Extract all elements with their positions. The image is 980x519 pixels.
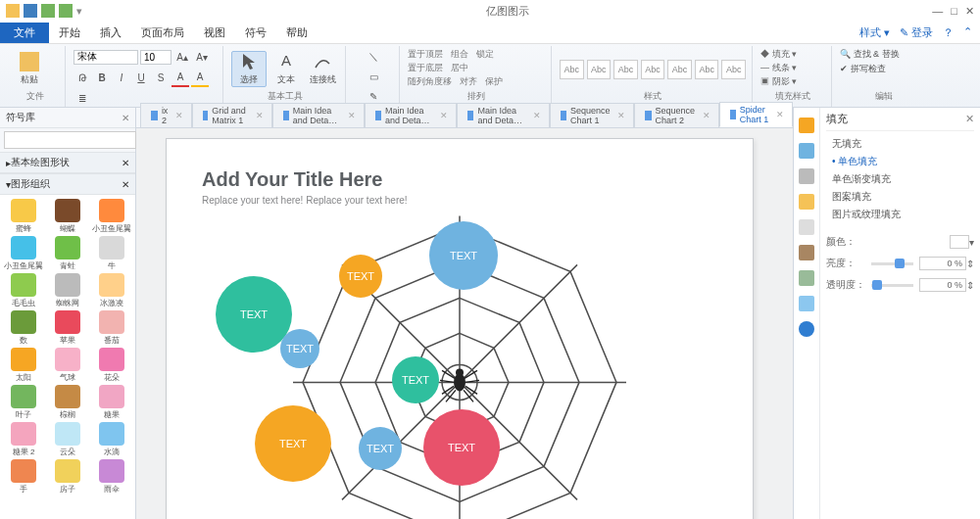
menu-start[interactable]: 开始 [49, 23, 90, 43]
bold-icon[interactable]: B [93, 69, 111, 86]
menu-symbol[interactable]: 符号 [235, 23, 276, 43]
close-button[interactable]: ✕ [965, 5, 974, 18]
spider-node[interactable]: TEXT [359, 427, 402, 470]
close-icon[interactable]: ✕ [122, 158, 129, 168]
comment-tab-icon[interactable] [799, 296, 814, 311]
close-icon[interactable]: ✕ [256, 111, 264, 120]
close-icon[interactable]: ✕ [965, 113, 974, 125]
spellcheck-button[interactable]: ✔ 拼写检查 [840, 63, 886, 75]
close-icon[interactable]: ✕ [776, 110, 784, 119]
style-dropdown[interactable]: 样式 ▾ [859, 25, 890, 40]
shape-item[interactable]: 手 [4, 459, 43, 495]
arrange-protect[interactable]: 保护 [485, 75, 503, 88]
document-tab[interactable]: Main Idea and Deta…✕ [365, 103, 457, 127]
style-swatch[interactable]: Abc [560, 60, 584, 79]
close-icon[interactable]: ✕ [617, 111, 625, 120]
menu-insert[interactable]: 插入 [90, 23, 131, 43]
shape-item[interactable]: 数 [4, 310, 43, 346]
fill-option[interactable]: • 单色填充 [826, 153, 974, 170]
shape-item[interactable]: 糖果 [92, 385, 131, 420]
shape-item[interactable]: 蝴蝶 [48, 199, 87, 234]
line-tab-icon[interactable] [799, 143, 814, 159]
page-tab-icon[interactable] [799, 219, 814, 235]
shadow-dropdown[interactable]: ▣ 阴影 ▾ [760, 75, 797, 88]
brightness-value[interactable]: 0 % [919, 257, 966, 270]
document-tab[interactable]: Sequence Chart 2✕ [634, 103, 719, 127]
find-replace-button[interactable]: 🔍 查找 & 替换 [840, 48, 900, 61]
shape-item[interactable]: 糖果 2 [4, 422, 43, 457]
line-dropdown[interactable]: — 线条 ▾ [760, 62, 797, 74]
shape-item[interactable]: 青蛙 [48, 236, 87, 271]
collapse-ribbon-icon[interactable]: ⌃ [963, 25, 972, 40]
style-swatch[interactable]: Abc [695, 60, 719, 79]
undo-icon[interactable] [41, 4, 55, 18]
text-tool[interactable]: A 文本 [270, 52, 303, 86]
fill-option[interactable]: 图片或纹理填充 [826, 206, 974, 223]
close-icon[interactable]: ✕ [122, 179, 129, 190]
font-color-icon[interactable]: A [172, 68, 189, 87]
style-swatch[interactable]: Abc [721, 60, 746, 79]
shape-item[interactable]: 牛 [92, 236, 131, 271]
theme-tab-icon[interactable] [799, 245, 814, 260]
shape-item[interactable]: 云朵 [48, 422, 87, 457]
save-icon[interactable] [24, 4, 37, 18]
fill-option[interactable]: 图案填充 [826, 188, 974, 206]
shape-item[interactable]: 气球 [48, 348, 87, 383]
help-tab-icon[interactable] [799, 321, 814, 337]
arrange-group[interactable]: 组合 [451, 48, 468, 61]
shape-item[interactable]: 水滴 [92, 422, 131, 457]
page-subtitle[interactable]: Replace your text here! Replace your tex… [202, 195, 717, 206]
close-icon[interactable]: ✕ [122, 113, 129, 123]
fill-dropdown[interactable]: ◆ 填充 ▾ [760, 48, 797, 61]
arrange-center[interactable]: 居中 [451, 62, 468, 74]
file-menu[interactable]: 文件 [0, 23, 49, 43]
shape-item[interactable]: 小丑鱼尾翼 [4, 236, 43, 271]
section-graphic-org[interactable]: ▾ 图形组织 ✕ [0, 173, 135, 195]
minimize-button[interactable]: — [932, 5, 943, 17]
shape-item[interactable]: 番茄 [92, 310, 131, 346]
arrange-rotate[interactable]: 随列角度移 [408, 75, 452, 88]
opacity-slider[interactable] [871, 284, 913, 287]
style-swatch[interactable]: Abc [587, 60, 612, 79]
close-icon[interactable]: ✕ [703, 111, 710, 120]
document-tab[interactable]: ix 2✕ [140, 103, 192, 127]
arrange-front[interactable]: 置于顶层 [408, 48, 443, 61]
shadow-tab-icon[interactable] [799, 168, 814, 184]
layer-tab-icon[interactable] [799, 270, 814, 286]
chevron-down-icon[interactable]: ▾ [969, 237, 974, 248]
italic-icon[interactable]: I [113, 69, 130, 86]
opacity-value[interactable]: 0 % [919, 278, 966, 292]
arrange-align[interactable]: 对齐 [460, 75, 477, 88]
shape-item[interactable]: 房子 [48, 459, 87, 495]
arrange-back[interactable]: 置于底层 [408, 62, 443, 74]
spider-node[interactable]: TEXT [423, 409, 500, 486]
document-tab[interactable]: Main Idea and Deta…✕ [457, 103, 549, 127]
stepper-icon[interactable]: ⇕ [966, 259, 974, 269]
document-tab[interactable]: Grid and Matrix 1✕ [192, 103, 272, 127]
underline-icon[interactable]: U [132, 69, 150, 86]
clear-format-icon[interactable]: Թ [74, 69, 91, 86]
stepper-icon[interactable]: ⇕ [966, 280, 974, 291]
close-icon[interactable]: ✕ [175, 111, 183, 120]
page-title[interactable]: Add Your Title Here [202, 168, 717, 191]
shape-item[interactable]: 花朵 [92, 348, 131, 383]
fill-option[interactable]: 无填充 [826, 135, 974, 153]
close-icon[interactable]: ✕ [348, 111, 356, 120]
shape-item[interactable]: 小丑鱼尾翼 [92, 199, 131, 234]
increase-font-icon[interactable]: A▴ [173, 48, 191, 66]
select-tool[interactable]: 选择 [231, 51, 267, 87]
shape-item[interactable]: 蜜蜂 [4, 199, 43, 234]
section-basic-shapes[interactable]: ▸ 基本绘图形状 ✕ [0, 152, 135, 173]
help-icon[interactable]: ？ [943, 25, 954, 40]
spider-node[interactable]: TEXT [280, 329, 319, 368]
style-swatch[interactable]: Abc [667, 60, 692, 79]
shape-item[interactable]: 苹果 [48, 310, 87, 346]
fill-option[interactable]: 单色渐变填充 [826, 170, 974, 188]
brightness-slider[interactable] [871, 262, 913, 265]
connector-tool[interactable]: 连接线 [306, 52, 339, 86]
fill-tab-icon[interactable] [799, 118, 814, 133]
color-swatch[interactable] [950, 235, 969, 249]
bullets-icon[interactable]: ≣ [74, 89, 91, 107]
folder-icon[interactable] [6, 4, 20, 18]
style-swatch[interactable]: Abc [613, 60, 638, 79]
